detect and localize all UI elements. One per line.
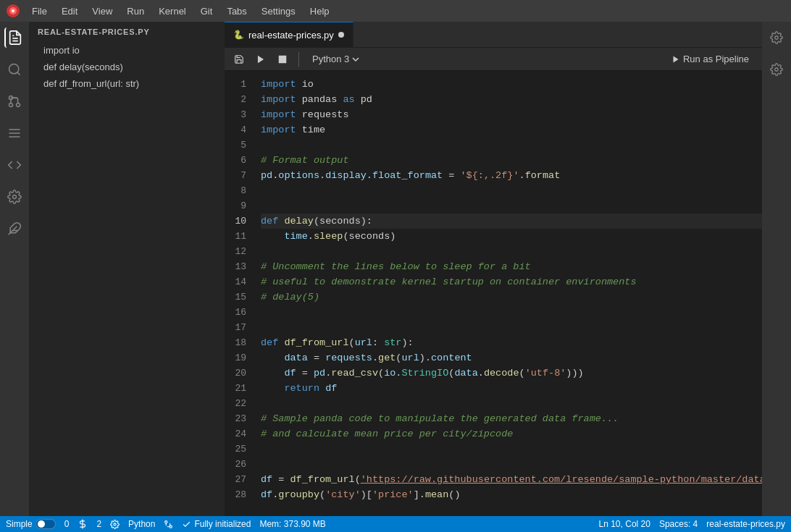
code-line xyxy=(261,244,762,259)
line-number: 21 xyxy=(225,381,246,396)
files-activity-icon[interactable] xyxy=(4,28,25,48)
status-count2: 2 xyxy=(96,519,101,529)
code-line: df = df_from_url('https://raw.githubuser… xyxy=(261,472,762,487)
git-activity-icon[interactable] xyxy=(4,91,25,111)
line-number: 28 xyxy=(225,487,246,502)
svg-point-19 xyxy=(775,36,779,40)
status-memory-label: Mem: 373.90 MB xyxy=(259,519,325,529)
code-line: df = pd.read_csv(io.StringIO(data.decode… xyxy=(261,366,762,381)
line-number: 14 xyxy=(225,274,246,290)
menu-edit[interactable]: Edit xyxy=(56,4,83,18)
activity-bar xyxy=(0,22,29,516)
code-line: # Sample panda code to manipulate the ge… xyxy=(261,411,762,426)
tab-dirty-indicator xyxy=(338,32,344,38)
menu-tabs[interactable]: Tabs xyxy=(221,4,252,18)
right-sidebar xyxy=(762,22,791,516)
code-line xyxy=(261,442,762,457)
menu-file[interactable]: File xyxy=(26,4,53,18)
kernel-selector[interactable]: Python 3 xyxy=(306,52,365,66)
code-line: import requests xyxy=(261,107,762,122)
code-line: import io xyxy=(261,77,762,92)
status-spaces: Spaces: 4 xyxy=(659,519,698,529)
sidebar-item-df-from-url[interactable]: def df_from_url(url: str) xyxy=(29,75,225,92)
code-line xyxy=(261,198,762,214)
run-pipeline-button[interactable]: Run as Pipeline xyxy=(664,52,756,66)
status-kernel-label: Python xyxy=(128,519,155,529)
stop-button[interactable] xyxy=(274,51,291,68)
line-number: 12 xyxy=(225,244,246,259)
right-gear-icon[interactable] xyxy=(766,28,787,48)
svg-marker-18 xyxy=(673,56,678,62)
status-initialized: Fully initialized xyxy=(182,519,251,529)
editor-toolbar: Python 3 Run as Pipeline xyxy=(225,48,762,71)
status-gear-icon xyxy=(110,520,120,529)
status-filename-label: real-estate-prices.py xyxy=(706,519,785,529)
svg-rect-17 xyxy=(279,55,287,63)
status-mode: Simple xyxy=(6,519,56,529)
status-filename: real-estate-prices.py xyxy=(706,519,785,529)
line-number: 24 xyxy=(225,426,246,442)
line-number: 2 xyxy=(225,92,246,107)
status-cursor: Ln 10, Col 20 xyxy=(599,519,650,529)
line-number: 1 xyxy=(225,77,246,92)
menu-settings[interactable]: Settings xyxy=(256,4,301,18)
code-line: # delay(5) xyxy=(261,290,762,305)
tab-bar: 🐍 real-estate-prices.py xyxy=(225,22,762,48)
toolbar-separator xyxy=(298,52,299,67)
dollar-icon xyxy=(78,519,88,529)
svg-point-13 xyxy=(13,195,17,199)
svg-point-9 xyxy=(9,104,13,107)
line-number: 15 xyxy=(225,290,246,305)
code-content[interactable]: import io import pandas as pd import req… xyxy=(255,71,762,516)
status-cursor-label: Ln 10, Col 20 xyxy=(599,519,650,529)
status-initialized-label: Fully initialized xyxy=(194,519,251,529)
tab-real-estate[interactable]: 🐍 real-estate-prices.py xyxy=(225,22,353,48)
line-number: 17 xyxy=(225,320,246,335)
sidebar-item-import[interactable]: import io xyxy=(29,42,225,59)
status-count2-label: 2 xyxy=(96,519,101,529)
status-git-icon xyxy=(164,520,173,529)
line-number: 4 xyxy=(225,122,246,138)
sidebar-header: REAL-ESTATE-PRICES.PY xyxy=(29,22,225,42)
status-toggle[interactable] xyxy=(35,519,56,529)
code-line: import time xyxy=(261,122,762,138)
line-number: 19 xyxy=(225,350,246,366)
svg-point-24 xyxy=(165,520,167,523)
line-number: 25 xyxy=(225,442,246,457)
code-line xyxy=(261,457,762,472)
menu-help[interactable]: Help xyxy=(304,4,335,18)
menu-view[interactable]: View xyxy=(86,4,118,18)
line-number: 23 xyxy=(225,411,246,426)
puzzle-activity-icon[interactable] xyxy=(4,219,25,239)
line-number: 3 xyxy=(225,107,246,122)
status-settings-icon2 xyxy=(110,520,120,529)
code-line: # Uncomment the lines below to sleep for… xyxy=(261,259,762,274)
status-token-icon xyxy=(78,519,88,529)
menubar: File Edit View Run Kernel Git Tabs Setti… xyxy=(0,0,791,22)
svg-point-22 xyxy=(114,523,116,525)
menu-run[interactable]: Run xyxy=(121,4,150,18)
settings-activity-icon[interactable] xyxy=(4,187,25,207)
run-pipeline-label: Run as Pipeline xyxy=(683,54,749,64)
line-number: 7 xyxy=(225,168,246,183)
chevron-down-icon xyxy=(352,56,359,63)
save-button[interactable] xyxy=(230,51,248,68)
line-number: 13 xyxy=(225,259,246,274)
code-line: def delay(seconds): xyxy=(261,214,762,229)
sidebar-item-delay[interactable]: def delay(seconds) xyxy=(29,59,225,75)
svg-point-5 xyxy=(9,64,19,74)
line-number: 10 xyxy=(225,214,246,229)
menu-git[interactable]: Git xyxy=(195,4,219,18)
code-activity-icon[interactable] xyxy=(4,155,25,175)
code-editor[interactable]: 1 2 3 4 5 6 7 8 9 10 11 12 13 14 15 16 1… xyxy=(225,71,762,516)
right-settings-icon[interactable] xyxy=(766,59,787,80)
outline-activity-icon[interactable] xyxy=(4,123,25,143)
check-icon xyxy=(182,520,191,529)
status-bar: Simple 0 2 Python Fully ini xyxy=(0,516,791,532)
run-button[interactable] xyxy=(252,51,269,68)
menu-kernel[interactable]: Kernel xyxy=(153,4,192,18)
search-activity-icon[interactable] xyxy=(4,59,25,80)
svg-point-20 xyxy=(775,68,779,72)
code-line: data = requests.get(url).content xyxy=(261,350,762,366)
code-line: import pandas as pd xyxy=(261,92,762,107)
